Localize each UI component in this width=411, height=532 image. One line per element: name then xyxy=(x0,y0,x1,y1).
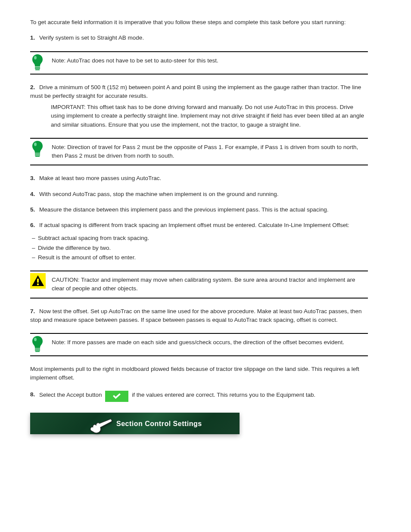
note-callout-3: Note: If more passes are made on each si… xyxy=(30,333,368,356)
svg-rect-2 xyxy=(35,68,40,69)
step-num-6: 6. xyxy=(30,222,35,228)
step-3: 3. Make at least two more passes using A… xyxy=(30,174,368,183)
intro-paragraph: To get accurate field information it is … xyxy=(30,18,368,27)
warning-triangle-icon xyxy=(30,273,46,289)
svg-point-10 xyxy=(34,338,37,341)
step-text-4: With second AutoTrac pass, stop the mach… xyxy=(39,191,279,197)
step-num-7: 7. xyxy=(30,308,35,314)
step-num-4: 4. xyxy=(30,191,35,197)
svg-rect-7 xyxy=(35,156,40,157)
step-2: 2. Drive a minimum of 500 ft (152 m) bet… xyxy=(30,83,368,101)
step-7: 7. Now test the offset. Set up AutoTrac … xyxy=(30,307,368,325)
svg-rect-12 xyxy=(35,350,40,351)
svg-rect-1 xyxy=(35,67,40,68)
svg-rect-9 xyxy=(37,283,39,285)
step-6: 6. If actual spacing is different from t… xyxy=(30,221,368,230)
note-text-3: Note: If more passes are made on each si… xyxy=(52,339,344,345)
svg-point-4 xyxy=(34,143,37,146)
step-text-6: If actual spacing is different from trac… xyxy=(39,222,349,228)
step-1: 1. Verify system is set to Straight AB m… xyxy=(30,34,368,42)
section-control-settings-link[interactable]: Section Control Settings xyxy=(30,413,240,434)
step-text-1: Verify system is set to Straight AB mode… xyxy=(39,34,144,41)
cta-label: Section Control Settings xyxy=(116,419,202,429)
offset-item-3: Result is the amount of offset to enter. xyxy=(30,253,368,262)
step-num-1: 1. xyxy=(30,34,35,41)
svg-rect-8 xyxy=(37,279,39,283)
offset-calc-list: Subtract actual spacing from track spaci… xyxy=(30,234,368,262)
step-num-8: 8. xyxy=(30,391,35,398)
svg-rect-13 xyxy=(35,351,40,352)
caution-callout: CAUTION: Tractor and implement may move … xyxy=(30,271,368,299)
step-text-3: Make at least two more passes using Auto… xyxy=(39,175,161,181)
accept-button-icon xyxy=(105,391,128,402)
caution-text: CAUTION: Tractor and implement may move … xyxy=(52,277,355,292)
step-5: 5. Measure the distance between this imp… xyxy=(30,205,368,214)
step-8: 8. Select the Accept button if the value… xyxy=(30,389,368,401)
step-text-2: Drive a minimum of 500 ft (152 m) betwee… xyxy=(30,84,361,99)
step-text-7: Now test the offset. Set up AutoTrac on … xyxy=(30,308,361,323)
lightbulb-icon xyxy=(30,140,46,156)
offset-item-2: Divide the difference by two. xyxy=(30,244,368,252)
note-text-2: Note: Direction of travel for Pass 2 mus… xyxy=(52,144,358,159)
note-callout-2: Note: Direction of travel for Pass 2 mus… xyxy=(30,138,368,166)
note-text-1: Note: AutoTrac does not have to be set t… xyxy=(52,57,218,64)
step-4: 4. With second AutoTrac pass, stop the m… xyxy=(30,190,368,199)
svg-rect-5 xyxy=(35,153,40,154)
offset-item-1: Subtract actual spacing from track spaci… xyxy=(30,234,368,243)
important-warning-1: IMPORTANT: This offset task has to be do… xyxy=(51,103,368,129)
svg-rect-11 xyxy=(35,348,40,349)
note-callout-1: Note: AutoTrac does not have to be set t… xyxy=(30,51,368,75)
lightbulb-icon xyxy=(30,336,46,351)
after-note-paragraph: Most implements pull to the right in mol… xyxy=(30,365,368,383)
step-8-prefix: Select the Accept button xyxy=(39,391,102,398)
svg-rect-3 xyxy=(35,69,40,70)
svg-rect-6 xyxy=(35,155,40,156)
step-num-5: 5. xyxy=(30,206,35,213)
step-num-2: 2. xyxy=(30,84,35,90)
step-8-suffix: if the values entered are correct. This … xyxy=(132,391,315,398)
svg-point-0 xyxy=(34,56,37,59)
step-text-5: Measure the distance between this implem… xyxy=(39,206,328,213)
lightbulb-icon xyxy=(30,54,46,69)
step-num-3: 3. xyxy=(30,175,35,181)
pointing-hand-icon xyxy=(90,415,113,439)
